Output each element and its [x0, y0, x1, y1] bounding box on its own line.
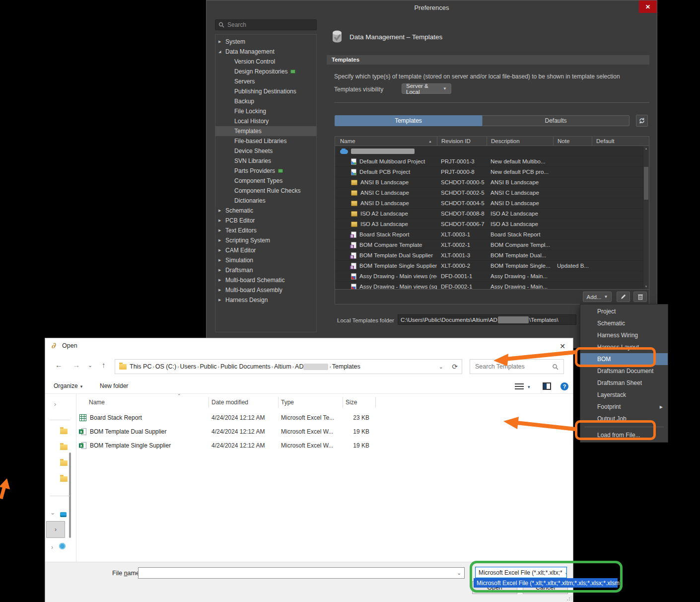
- breadcrumb-item-public[interactable]: Public: [200, 363, 217, 370]
- collapsed-icon[interactable]: ▶: [218, 278, 223, 282]
- table-row[interactable]: ISO A2 LandscapeSCHDOT-0008-8ISO A2 Land…: [335, 209, 649, 219]
- history-dropdown-icon[interactable]: ⌄: [88, 362, 92, 369]
- collapsed-icon[interactable]: ▶: [218, 268, 223, 272]
- table-row[interactable]: ANSI C LandscapeSCHDOT-0002-5ANSI C Land…: [335, 188, 649, 198]
- expanded-icon[interactable]: ◢: [218, 50, 223, 54]
- sidebar-item-file-based-libraries[interactable]: File-based Libraries: [215, 136, 316, 146]
- visibility-dropdown[interactable]: Server & Local ▼: [402, 83, 451, 94]
- column-header-note[interactable]: Note: [553, 137, 592, 146]
- collapsed-icon[interactable]: ▶: [218, 258, 223, 262]
- table-row[interactable]: ANSI B LandscapeSCHDOT-0000-5ANSI B Land…: [335, 177, 649, 188]
- table-row[interactable]: Assy Drawing - Main views (squDFD-0002-1…: [335, 282, 649, 290]
- menu-item-project[interactable]: Project: [580, 305, 668, 317]
- collapsed-icon[interactable]: ▶: [218, 219, 223, 223]
- sidebar-item-draftsman[interactable]: ▶Draftsman: [215, 265, 316, 275]
- table-row[interactable]: BOM Template Dual SupplierXLT-0001-3BOM …: [335, 250, 649, 261]
- menu-item-load-from-file[interactable]: Load from File...: [580, 429, 668, 441]
- search-templates-input[interactable]: Search Templates: [470, 359, 564, 374]
- file-row[interactable]: XBOM Template Dual Supplier4/24/2024 12:…: [76, 425, 379, 439]
- sidebar-item-data-management[interactable]: ◢Data Management: [215, 47, 316, 57]
- collapsed-icon[interactable]: ▶: [218, 248, 223, 252]
- collapsed-icon[interactable]: ▶: [218, 238, 223, 242]
- table-scrollbar[interactable]: ▲ ▼: [643, 146, 649, 289]
- preview-pane-icon[interactable]: [543, 382, 551, 390]
- sidebar-item-dictionaries[interactable]: Dictionaries: [215, 196, 316, 206]
- sidebar-item-device-sheets[interactable]: Device Sheets: [215, 146, 316, 156]
- table-row[interactable]: Board Stack ReportXLT-0003-1Board Stack …: [335, 229, 649, 240]
- tab-templates[interactable]: Templates: [335, 115, 482, 126]
- sidebar-item-pcb-editor[interactable]: ▶PCB Editor: [215, 216, 316, 226]
- file-type-option[interactable]: Microsoft Excel File (*.xlt;*.xltx;*.xlt…: [474, 578, 618, 588]
- sidebar-item-backup[interactable]: Backup: [215, 96, 316, 106]
- table-row[interactable]: Assy Drawing - Main views (recDFD-0001-1…: [335, 271, 649, 282]
- view-dropdown-icon[interactable]: ▾: [528, 384, 530, 389]
- column-header-description[interactable]: Description: [487, 137, 553, 146]
- sidebar-item-simulation[interactable]: ▶Simulation: [215, 255, 316, 265]
- menu-item-draftsman-document[interactable]: Draftsman Document: [580, 365, 668, 377]
- breadcrumb-item-altium[interactable]: Altium: [274, 363, 291, 370]
- table-row[interactable]: BOM Compare TemplateXLT-0002-1BOM Compar…: [335, 240, 649, 250]
- sidebar-item-local-history[interactable]: Local History: [215, 116, 316, 126]
- chevron-right-icon[interactable]: ›: [51, 544, 53, 551]
- sidebar-item-component-types[interactable]: Component Types: [215, 176, 316, 186]
- breadcrumb-item-templates[interactable]: Templates: [332, 363, 360, 370]
- column-header-name[interactable]: Name: [76, 397, 209, 408]
- column-header-size[interactable]: Size: [343, 397, 375, 408]
- sidebar-item-text-editors[interactable]: ▶Text Editors: [215, 226, 316, 235]
- chevron-down-icon[interactable]: ⌄: [50, 509, 55, 516]
- folder-icon[interactable]: [60, 445, 68, 450]
- refresh-button[interactable]: [636, 115, 648, 127]
- chevron-right-icon[interactable]: ›: [54, 401, 56, 408]
- sidebar-item-templates[interactable]: Templates: [215, 126, 316, 136]
- add-button[interactable]: Add... ▼: [583, 292, 612, 302]
- tree-scrollbar[interactable]: [69, 452, 71, 538]
- breadcrumb-item-users[interactable]: Users: [180, 363, 197, 370]
- resize-grip[interactable]: [566, 596, 571, 601]
- sidebar-item-file-locking[interactable]: File Locking: [215, 106, 316, 116]
- table-row[interactable]: ISO A3 LandscapeSCHDOT-0006-7ISO A3 Land…: [335, 219, 649, 229]
- up-button[interactable]: ↑: [102, 361, 106, 369]
- sidebar-item-parts-providers[interactable]: Parts Providers: [215, 166, 316, 176]
- selected-tree-item[interactable]: ›: [46, 521, 65, 538]
- menu-item-draftsman-sheet[interactable]: Draftsman Sheet: [580, 377, 668, 389]
- sidebar-item-scripting-system[interactable]: ▶Scripting System: [215, 235, 316, 245]
- sidebar-item-multi-board-schematic[interactable]: ▶Multi-board Schematic: [215, 275, 316, 285]
- sidebar-item-schematic[interactable]: ▶Schematic: [215, 206, 316, 216]
- table-row[interactable]: Default PCB ProjectPRJT-0000-8New defaul…: [335, 167, 649, 177]
- back-button[interactable]: ←: [55, 361, 63, 369]
- table-row[interactable]: BOM Template Single SupplierXLT-0000-2BO…: [335, 261, 649, 271]
- file-row[interactable]: Board Stack Report4/24/2024 12:12 AMMicr…: [76, 411, 379, 425]
- column-header-date-modified[interactable]: Date modified: [209, 397, 278, 408]
- collapsed-icon[interactable]: ▶: [218, 288, 223, 292]
- sidebar-item-design-repositories[interactable]: Design Repositories: [215, 67, 316, 76]
- collapsed-icon[interactable]: ▶: [218, 228, 223, 232]
- menu-item-footprint[interactable]: Footprint▶: [580, 401, 668, 413]
- close-icon[interactable]: ✕: [557, 341, 568, 351]
- sidebar-item-harness-design[interactable]: ▶Harness Design: [215, 295, 316, 305]
- address-dropdown-icon[interactable]: ⌄: [439, 364, 443, 370]
- menu-item-bom[interactable]: BOM: [580, 353, 668, 365]
- menu-item-schematic[interactable]: Schematic: [580, 317, 668, 329]
- sidebar-item-svn-libraries[interactable]: SVN Libraries: [215, 156, 316, 166]
- local-templates-path[interactable]: C:\Users\Public\Documents\Altium\AD\Temp…: [398, 314, 576, 325]
- column-header-revision-id[interactable]: Revision ID: [437, 137, 487, 146]
- file-name-input[interactable]: ⌄: [138, 567, 465, 579]
- sidebar-item-multi-board-assembly[interactable]: ▶Multi-board Assembly: [215, 285, 316, 295]
- network-icon[interactable]: [59, 543, 66, 549]
- new-folder-button[interactable]: New folder: [100, 382, 128, 389]
- sidebar-item-version-control[interactable]: Version Control: [215, 57, 316, 67]
- sidebar-item-servers[interactable]: Servers: [215, 76, 316, 86]
- sidebar-item-component-rule-checks[interactable]: Component Rule Checks: [215, 186, 316, 196]
- edit-button[interactable]: [617, 292, 630, 302]
- scrollbar-thumb[interactable]: [644, 167, 648, 200]
- table-row[interactable]: [335, 146, 649, 156]
- address-bar[interactable]: This PC›OS (C:)›Users›Public›Public Docu…: [115, 359, 462, 374]
- breadcrumb-item-this-pc[interactable]: This PC: [130, 363, 151, 370]
- tab-defaults[interactable]: Defaults: [482, 115, 630, 126]
- column-header-name[interactable]: Name▲: [335, 137, 437, 146]
- refresh-icon[interactable]: ⟳: [452, 363, 458, 371]
- collapsed-icon[interactable]: ▶: [218, 40, 223, 44]
- sidebar-item-system[interactable]: ▶System: [215, 37, 316, 47]
- breadcrumb-item-public-documents[interactable]: Public Documents: [220, 363, 271, 370]
- organize-button[interactable]: Organize▾: [54, 382, 82, 389]
